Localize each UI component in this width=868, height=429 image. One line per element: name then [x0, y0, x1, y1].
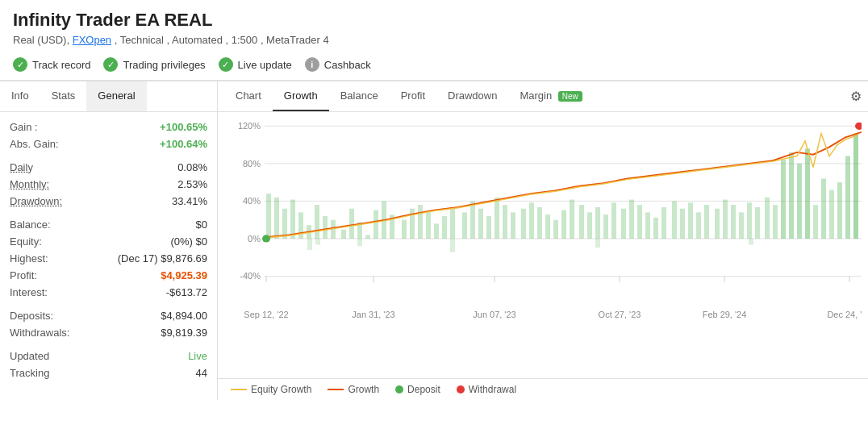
- stat-interest: Interest: -$613.72: [10, 284, 207, 301]
- svg-rect-77: [821, 178, 826, 238]
- svg-rect-35: [470, 201, 475, 239]
- svg-rect-42: [529, 202, 534, 239]
- svg-rect-64: [715, 209, 720, 239]
- svg-rect-74: [797, 164, 802, 239]
- svg-rect-17: [315, 205, 319, 239]
- badge-label: Cashback: [324, 59, 371, 71]
- tab-balance[interactable]: Balance: [329, 81, 390, 111]
- subtitle-post: , Technical , Automated , 1:500 , MetaTr…: [111, 34, 329, 46]
- right-panel: Chart Growth Balance Profit Drawdown Mar…: [218, 81, 868, 400]
- svg-rect-58: [661, 207, 666, 239]
- legend-equity-growth: Equity Growth: [231, 384, 311, 395]
- svg-rect-75: [805, 148, 810, 239]
- badge-track-record: ✓ Track record: [13, 57, 90, 72]
- fxopen-link[interactable]: FXOpen: [73, 34, 111, 46]
- svg-rect-70: [765, 198, 770, 239]
- equity-label: Equity:: [10, 235, 42, 248]
- check-icon: ✓: [13, 57, 27, 72]
- svg-rect-50: [595, 207, 600, 239]
- new-badge: New: [558, 91, 582, 102]
- filter-icon[interactable]: ⚙: [850, 89, 862, 104]
- profit-label: Profit:: [10, 269, 37, 281]
- svg-rect-61: [688, 202, 693, 239]
- svg-rect-13: [282, 209, 287, 239]
- deposits-label: Deposits:: [10, 310, 53, 322]
- stat-balance: Balance: $0: [10, 216, 207, 233]
- svg-rect-72: [781, 160, 786, 239]
- svg-rect-33: [450, 207, 455, 239]
- legend-growth-label: Growth: [348, 384, 379, 395]
- svg-rect-27: [402, 220, 407, 239]
- svg-rect-23: [365, 235, 370, 239]
- svg-rect-56: [645, 212, 650, 239]
- profit-value: $4,925.39: [161, 269, 207, 281]
- monthly-value: 2.53%: [177, 178, 207, 190]
- svg-rect-53: [621, 209, 626, 239]
- svg-rect-86: [595, 239, 600, 248]
- svg-rect-24: [373, 210, 378, 239]
- svg-rect-47: [570, 200, 574, 239]
- stat-withdrawals: Withdrawals: $9,819.39: [10, 324, 207, 341]
- svg-rect-12: [274, 198, 279, 239]
- highest-label: Highest:: [10, 252, 48, 264]
- growth-chart: 120% 80% 40% 0% -40%: [224, 119, 862, 336]
- tab-drawdown[interactable]: Drawdown: [436, 81, 508, 111]
- svg-text:Oct 27, '23: Oct 27, '23: [599, 310, 641, 319]
- svg-rect-46: [561, 210, 566, 239]
- badge-label: Trading privileges: [123, 59, 205, 71]
- main-layout: Info Stats General Gain : +100.65% Abs. …: [0, 81, 868, 400]
- svg-rect-63: [704, 205, 709, 239]
- interest-label: Interest:: [10, 286, 48, 298]
- stat-equity: Equity: (0%) $0: [10, 233, 207, 250]
- gain-label: Gain :: [10, 121, 38, 133]
- svg-rect-52: [611, 202, 616, 239]
- tab-margin[interactable]: Margin New: [508, 81, 593, 111]
- tab-stats[interactable]: Stats: [40, 81, 87, 111]
- svg-rect-45: [553, 220, 558, 239]
- svg-rect-68: [747, 202, 752, 239]
- svg-rect-81: [853, 134, 858, 239]
- stat-updated: Updated Live: [10, 348, 207, 364]
- svg-rect-60: [680, 209, 685, 239]
- updated-value: Live: [188, 350, 207, 362]
- subtitle: Real (USD), FXOpen , Technical , Automat…: [13, 34, 855, 46]
- gain-value: +100.65%: [160, 121, 207, 133]
- svg-rect-66: [731, 205, 736, 239]
- svg-rect-62: [696, 212, 701, 239]
- tab-profit[interactable]: Profit: [390, 81, 436, 111]
- svg-text:Sep 12, '22: Sep 12, '22: [244, 310, 288, 319]
- stat-monthly: Monthly: 2.53%: [10, 176, 207, 193]
- svg-text:0%: 0%: [248, 234, 261, 244]
- abs-gain-value: +100.64%: [160, 138, 207, 150]
- svg-text:Jun 07, '23: Jun 07, '23: [473, 310, 515, 319]
- svg-rect-65: [723, 200, 728, 239]
- chart-area: 120% 80% 40% 0% -40%: [218, 112, 868, 378]
- tab-general[interactable]: General: [86, 81, 146, 111]
- tab-growth[interactable]: Growth: [273, 81, 329, 111]
- svg-rect-55: [637, 205, 642, 239]
- tab-chart[interactable]: Chart: [224, 81, 273, 111]
- withdrawals-label: Withdrawals:: [10, 327, 69, 339]
- svg-rect-37: [486, 216, 491, 239]
- badges-bar: ✓ Track record ✓ Trading privileges ✓ Li…: [0, 49, 868, 81]
- svg-text:Jan 31, '23: Jan 31, '23: [352, 310, 394, 319]
- balance-label: Balance:: [10, 219, 51, 231]
- deposit-dot-icon: [395, 385, 403, 394]
- tab-info[interactable]: Info: [0, 81, 40, 111]
- svg-text:Feb 29, '24: Feb 29, '24: [703, 310, 747, 319]
- legend-deposit: Deposit: [395, 384, 440, 395]
- left-panel: Info Stats General Gain : +100.65% Abs. …: [0, 81, 218, 400]
- svg-rect-48: [579, 205, 584, 239]
- legend-deposit-label: Deposit: [407, 384, 440, 395]
- svg-rect-20: [341, 230, 346, 239]
- svg-text:40%: 40%: [243, 197, 261, 206]
- svg-rect-69: [755, 207, 760, 239]
- stats-table: Gain : +100.65% Abs. Gain: +100.64% Dail…: [0, 112, 217, 388]
- svg-rect-11: [266, 194, 271, 239]
- svg-rect-41: [521, 209, 526, 239]
- stat-daily: Daily 0.08%: [10, 159, 207, 176]
- svg-rect-49: [587, 212, 592, 239]
- svg-rect-71: [773, 205, 778, 239]
- svg-rect-43: [537, 207, 542, 239]
- svg-rect-14: [290, 200, 295, 239]
